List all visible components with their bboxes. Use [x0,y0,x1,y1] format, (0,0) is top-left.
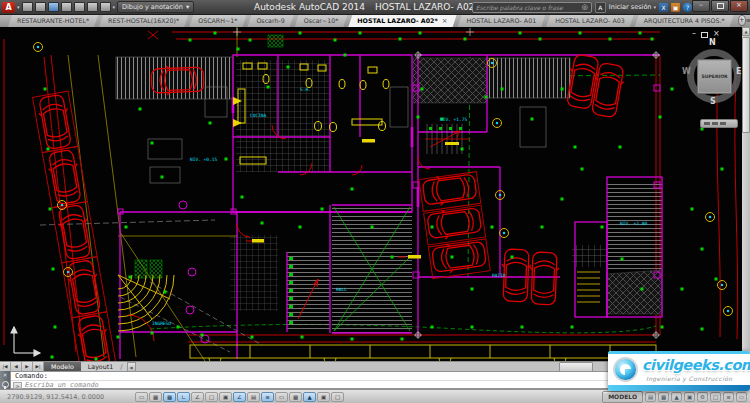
compass-south-label[interactable]: S [710,97,716,106]
drafting-toggle-2[interactable]: ▦ [163,392,176,402]
dwg-close-icon[interactable]: × [713,29,720,38]
viewcube-top-face[interactable]: SUPERIOR [697,59,732,94]
status-bar-right: MODELO ▤ ▦ ▲ ▣ ⚙ □ ≡ ▭ [602,391,747,403]
tab-overflow-icon[interactable]: ≡ [746,15,750,27]
workspace-gear-icon[interactable]: ⚙ [697,392,708,402]
floor-plan-drawing: NIV. +0.15 COCINA S.H. NIV. +1.75 NIV. +… [0,27,742,361]
ucs-icon [11,327,40,356]
file-tab-active[interactable]: HOSTAL LAZARO- A02* × [348,15,456,27]
tab-close-icon[interactable]: × [442,15,448,27]
plot-icon[interactable] [74,2,85,12]
drawing-label: NIV. +2.80 [620,221,647,226]
file-tab[interactable]: Oscar~10* [295,15,348,27]
window-controls: – × [692,0,748,12]
drawing-label: NIV. +0.15 [190,157,217,162]
command-input-icon[interactable]: > [13,382,22,389]
search-placeholder: Escribe palabra clave o frase [476,4,579,11]
search-icon[interactable]: ◎ [582,3,588,12]
close-button[interactable]: × [730,0,748,12]
annotation-visibility-icon[interactable]: ▣ [684,392,695,402]
infocenter-search-input[interactable]: Escribe palabra clave o frase ◎ [472,2,592,13]
drafting-toggle-14[interactable]: □ [331,392,344,402]
infocenter: Escribe palabra clave o frase ◎ A Inicia… [472,1,692,13]
quick-view-drawings-icon[interactable]: ▦ [658,392,669,402]
file-tab[interactable]: Oscarh-9 [247,15,293,27]
drafting-toggle-9[interactable]: ≡ [261,392,274,402]
command-palette-grip[interactable]: × [0,371,10,389]
status-bar: 2790.9129, 912.5414, 0.0000 ▭▦▦∟∠□▣∠▤≡▭▦… [0,389,750,403]
file-tab[interactable]: REST-HOSTAL(16X20)* [99,15,188,27]
compass-west-label[interactable]: W [682,67,691,76]
drafting-toggle-12[interactable]: ▲ [303,392,316,402]
file-tab[interactable]: OSCARH~1* [189,15,246,27]
file-tab[interactable]: HOSTAL LAZARO- A03 [546,15,634,27]
compass-north-label[interactable]: N [709,38,716,47]
sign-in-button[interactable]: Iniciar sesión ▾ [609,1,656,13]
civilgeeks-brand: civilgeeks.com [642,357,750,373]
drafting-toggle-7[interactable]: ∠ [233,392,246,402]
dwg-minimize-icon[interactable]: – [692,29,696,38]
drawing-window-controls: – × [692,29,720,38]
clean-screen-icon[interactable]: ▭ [736,392,747,402]
restore-button[interactable] [711,0,729,12]
open-file-icon[interactable] [35,2,46,12]
drafting-toggle-8[interactable]: ▤ [247,392,260,402]
qat-overflow-caret-icon[interactable]: ▾ [113,1,116,13]
civilgeeks-watermark: civilgeeks.com Ingeniería y Construcción [608,351,750,391]
autodesk-a360-icon[interactable]: A [595,2,606,13]
drafting-toggle-4[interactable]: ∠ [191,392,204,402]
command-placeholder: Escriba un comando [25,381,99,389]
drafting-toggle-6[interactable]: ▣ [219,392,232,402]
drawing-label: COCINA [250,113,267,118]
new-tab-button[interactable]: + [738,15,746,26]
drafting-toggles: ▭▦▦∟∠□▣∠▤≡▭▦▲▣□ [135,392,345,402]
undo-icon[interactable] [87,2,98,12]
drafting-toggle-3[interactable]: ∟ [177,392,190,402]
dwg-restore-icon[interactable] [701,32,708,38]
file-tab[interactable]: RESTAURANTE-HOTEL* [8,15,98,27]
drafting-toggle-1[interactable]: ▦ [149,392,162,402]
vertical-scroll-thumb[interactable] [742,37,750,133]
model-space-button[interactable]: MODELO [602,391,643,403]
wrench-icon[interactable] [2,381,9,388]
exchange-apps-icon[interactable]: X [659,3,668,12]
quick-access-toolbar: A ▾ ▾ Dibujo y anotación ▾ [2,1,194,13]
civilgeeks-tagline: Ingeniería y Construcción [646,375,733,382]
saveas-icon[interactable] [61,2,72,12]
drawing-label: INGRESO [152,321,171,326]
redo-icon[interactable] [100,2,111,12]
coordinate-readout: 2790.9129, 912.5414, 0.0000 [3,393,135,401]
new-file-icon[interactable] [22,2,33,12]
lock-icon[interactable]: □ [710,392,721,402]
autocad-window: A ▾ ▾ Dibujo y anotación ▾ Autodesk Auto… [0,0,750,403]
sign-in-caret-icon: ▾ [653,1,656,13]
elevation-band [190,345,656,361]
minimize-button[interactable]: – [692,0,710,12]
watermark-top-strip [608,351,750,354]
drawing-canvas[interactable]: NIV. +0.15 COCINA S.H. NIV. +1.75 NIV. +… [0,27,742,361]
drawing-label: HALL [336,287,347,292]
navigation-bar[interactable] [700,119,738,128]
compass-east-label[interactable]: E [736,67,741,76]
viewcube[interactable]: SUPERIOR N E S W [684,37,742,131]
drafting-toggle-5[interactable]: □ [205,392,218,402]
drafting-toggle-10[interactable]: ▭ [275,392,288,402]
communication-center-icon[interactable]: ▣ [671,3,680,12]
app-menu-caret-icon[interactable]: ▾ [17,1,20,13]
vertical-scrollbar[interactable]: ▲ ▼ [742,27,750,361]
save-icon[interactable] [48,2,59,12]
scroll-up-icon[interactable]: ▲ [742,27,750,36]
quick-view-layouts-icon[interactable]: ▤ [645,392,656,402]
palette-close-icon[interactable]: × [3,372,7,378]
drafting-toggle-0[interactable]: ▭ [135,392,148,402]
file-tab[interactable]: ARQUITECTURA 4 PISOS.* [635,15,734,27]
tray-icon[interactable]: ≡ [723,392,734,402]
annotation-scale-icon[interactable]: ▲ [671,392,682,402]
autocad-app-icon[interactable]: A [2,2,15,13]
workspace-label: Dibujo y anotación [122,3,183,11]
drafting-toggle-13[interactable]: ▣ [317,392,330,402]
help-icon[interactable]: ? [683,3,692,12]
workspace-switcher[interactable]: Dibujo y anotación ▾ [117,1,194,13]
drafting-toggle-11[interactable]: ▦ [289,392,302,402]
file-tab[interactable]: HOSTAL LAZARO- A01 [458,15,546,27]
